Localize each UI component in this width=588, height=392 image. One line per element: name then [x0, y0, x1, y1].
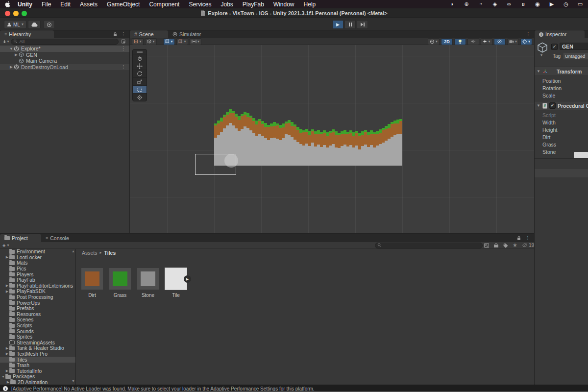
tab-project[interactable]: Project	[0, 234, 41, 242]
tab-scene[interactable]: # Scene	[130, 30, 168, 38]
gizmos-dropdown[interactable]: ▾	[520, 38, 532, 45]
folder-row-streamingassets[interactable]: StreamingAssets	[0, 340, 75, 346]
expander-icon[interactable]: ▶	[5, 352, 9, 356]
script-field-height[interactable]: Height	[535, 126, 588, 133]
expander-icon[interactable]: ▶	[6, 380, 10, 384]
rotate-tool[interactable]	[133, 70, 147, 77]
folder-row-scripts[interactable]: Scripts	[0, 323, 75, 329]
folder-row-lootlocker[interactable]: ▶LootLocker	[0, 255, 75, 261]
gameobject-dropdown[interactable]: ▾	[145, 38, 157, 45]
folder-row-tutorialinfo[interactable]: ▶TutorialInfo	[0, 368, 75, 374]
expander-icon[interactable]: ▼	[1, 375, 5, 378]
palette-drag-handle[interactable]	[133, 49, 147, 54]
folder-row-players[interactable]: Players	[0, 271, 75, 277]
project-search-input[interactable]	[383, 243, 480, 248]
asset-stone[interactable]: Stone	[134, 268, 162, 298]
icon-picker-chevron[interactable]: ▾	[540, 53, 542, 57]
folder-row-scenes[interactable]: Scenes	[0, 317, 75, 323]
expander-icon[interactable]: ▶	[14, 52, 19, 57]
wifi-icon[interactable]: ◉	[535, 1, 540, 7]
scene-menu-icon[interactable]: ⋮	[526, 32, 534, 38]
grid-visibility-dropdown[interactable]: ▾	[163, 38, 175, 45]
scene-audio-button[interactable]	[467, 38, 479, 45]
lock-icon[interactable]	[517, 236, 521, 241]
label-tag-icon[interactable]	[503, 243, 508, 248]
transform-component-header[interactable]: ▼ Transform	[535, 67, 588, 76]
expander-icon[interactable]: ▶	[5, 369, 9, 373]
glasses-icon[interactable]: ∞	[506, 1, 512, 7]
gameobject-name-field[interactable]	[560, 43, 588, 50]
lock-icon[interactable]	[113, 32, 117, 37]
collab-target-button[interactable]	[44, 20, 55, 29]
transform-tool[interactable]	[133, 93, 147, 101]
scene-lighting-button[interactable]	[454, 38, 466, 45]
menu-assets[interactable]: Assets	[80, 1, 98, 8]
clock-icon[interactable]: ◷	[563, 1, 569, 7]
sprite-select-dropdown[interactable]: ▾	[132, 38, 144, 45]
folder-row-textmesh-pro[interactable]: ▶TextMesh Pro	[0, 351, 75, 357]
tab-simulator[interactable]: Simulator	[168, 30, 215, 38]
tab-inspector[interactable]: i Inspector	[535, 30, 585, 38]
row-menu-icon[interactable]: ⋮	[121, 65, 126, 70]
expander-icon[interactable]: ▶	[5, 255, 9, 259]
menu-window[interactable]: Window	[273, 1, 294, 8]
tab-console[interactable]: ≡ Console	[41, 234, 84, 242]
folder-row-mats[interactable]: Mats	[0, 260, 75, 266]
project-search[interactable]	[375, 243, 483, 248]
folder-row-packages[interactable]: ▼Packages	[0, 374, 75, 380]
menu-gameobject[interactable]: GameObject	[107, 1, 140, 8]
create-asset-button[interactable]: +	[2, 243, 5, 248]
hidden-count-badge[interactable]: 19	[522, 243, 534, 248]
transform-field-rotation[interactable]: Rotation	[535, 84, 588, 92]
clipped-button[interactable]	[574, 152, 588, 158]
menu-component[interactable]: Component	[149, 1, 179, 8]
tag-dropdown[interactable]: Untagged	[563, 52, 588, 60]
row-menu-icon[interactable]: ⋮	[121, 46, 126, 51]
step-button[interactable]	[357, 20, 368, 29]
asset-store-icon[interactable]	[493, 243, 499, 248]
hand-tool[interactable]	[133, 54, 147, 62]
folder-row-sprites[interactable]: Sprites	[0, 334, 75, 340]
asset-expand-button[interactable]: ▶	[184, 275, 191, 283]
hierarchy-row-gen[interactable]: ▶GEN	[0, 52, 129, 58]
menu-help[interactable]: Help	[304, 1, 316, 8]
script-enabled-checkbox[interactable]: ✓	[549, 102, 556, 109]
tab-hierarchy[interactable]: ≡ Hierarchy	[0, 30, 54, 38]
transform-field-scale[interactable]: Scale	[535, 92, 588, 99]
asset-tile[interactable]: Tile	[162, 268, 190, 298]
hierarchy-search[interactable]	[11, 39, 119, 45]
folder-row-2d-animation[interactable]: ▶2D Animation	[0, 380, 75, 385]
folder-row-environment[interactable]: Environment	[0, 249, 75, 255]
create-object-button[interactable]: +	[3, 39, 6, 45]
active-checkbox[interactable]: ✓	[551, 44, 558, 50]
expander-icon[interactable]: ▶	[5, 284, 9, 288]
expander-icon[interactable]: ▼	[9, 47, 14, 51]
cloud-services-button[interactable]	[28, 20, 41, 29]
expander-icon[interactable]: ▶	[5, 290, 9, 294]
menu-unity[interactable]: Unity	[18, 1, 32, 8]
hierarchy-row-explore-[interactable]: ▼Explore*⋮	[0, 46, 129, 52]
app-badge-icon[interactable]: ◗	[449, 1, 455, 7]
folder-row-playfab[interactable]: PlayFab	[0, 277, 75, 283]
menu-playfab[interactable]: PlayFab	[243, 1, 264, 8]
hierarchy-row-main-camera[interactable]: Main Camera	[0, 58, 129, 64]
folder-row-tank-healer-studio[interactable]: ▶Tank & Healer Studio	[0, 345, 75, 351]
menu-edit[interactable]: Edit	[60, 1, 71, 8]
breadcrumb-current[interactable]: Tiles	[104, 250, 116, 256]
script-component-header[interactable]: ▼ # ✓ Procedural Gen	[535, 101, 588, 110]
hierarchy-menu-icon[interactable]: ⋮	[121, 32, 126, 37]
move-tool[interactable]	[133, 62, 147, 70]
breadcrumb-root[interactable]: Assets	[82, 250, 98, 256]
folder-row-post-processing[interactable]: Post Processing	[0, 294, 75, 300]
play-circle-icon[interactable]: ▶	[549, 1, 555, 7]
scene-canvas[interactable]	[130, 45, 534, 233]
favorites-star-icon[interactable]: ★	[513, 242, 517, 248]
menu-jobs[interactable]: Jobs	[220, 1, 233, 8]
script-field-width[interactable]: Width	[535, 119, 588, 126]
clock-lock-icon[interactable]: ◔	[478, 1, 484, 7]
snap-increment-dropdown[interactable]: ▾	[190, 38, 201, 45]
2d-mode-button[interactable]: 2D	[441, 38, 453, 45]
status-message[interactable]: [Adaptive Performance] No Active Loader …	[11, 386, 315, 392]
asset-grass[interactable]: Grass	[106, 268, 134, 298]
create-asset-dropdown-icon[interactable]: ▾	[7, 244, 9, 247]
